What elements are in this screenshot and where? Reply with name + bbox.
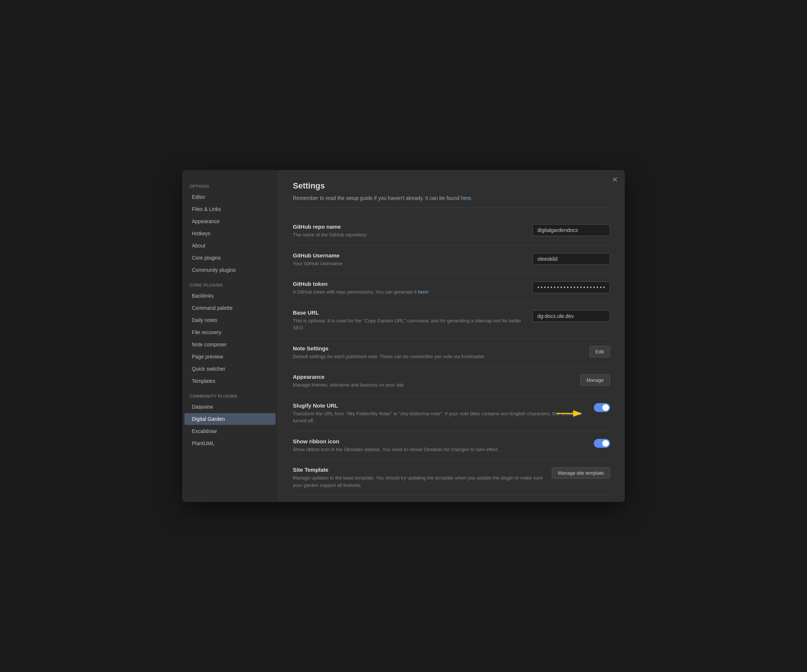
sidebar-item-hotkeys[interactable]: Hotkeys bbox=[184, 227, 276, 239]
setting-row-base-url: Base URL This is optional. It is used fo… bbox=[293, 303, 610, 338]
sidebar-item-core-plugins[interactable]: Core plugins bbox=[184, 252, 276, 264]
ribbon-icon-slider bbox=[594, 439, 610, 448]
setting-row-slugify: Slugify Note URL Transform the URL from … bbox=[293, 396, 610, 431]
setting-name-note-settings: Note Settings bbox=[293, 345, 582, 352]
setting-desc-note-settings: Default settings for each published note… bbox=[293, 353, 582, 360]
setting-info-github-token: GitHub token A GitHub token with repo pe… bbox=[293, 281, 525, 296]
sidebar-item-editor[interactable]: Editor bbox=[184, 191, 276, 203]
setting-name-base-url: Base URL bbox=[293, 309, 525, 316]
setting-row-ribbon-icon: Show ribbon icon Show ribbon icon in the… bbox=[293, 431, 610, 460]
sidebar-item-files-links[interactable]: Files & Links bbox=[184, 203, 276, 215]
setting-row-github-username: GitHub Username Your GitHub Username bbox=[293, 246, 610, 274]
setting-control-base-url bbox=[533, 310, 610, 322]
sidebar-item-daily-notes[interactable]: Daily notes bbox=[184, 314, 276, 326]
setting-desc-site-template: Manage updates to the base template. You… bbox=[293, 474, 545, 489]
core-plugins-section-label: Core plugins bbox=[182, 276, 278, 290]
setting-control-slugify bbox=[594, 403, 610, 412]
sidebar-item-backlinks[interactable]: Backlinks bbox=[184, 290, 276, 302]
main-content: Settings Remember to read the setup guid… bbox=[278, 170, 625, 502]
setting-control-github-username bbox=[533, 253, 610, 265]
setup-notice: Remember to read the setup guide if you … bbox=[293, 195, 610, 208]
setting-name-ribbon-icon: Show ribbon icon bbox=[293, 438, 586, 445]
options-section-label: Options bbox=[182, 178, 278, 191]
manage-appearance-button[interactable]: Manage bbox=[580, 374, 610, 386]
setting-row-appearance: Appearance Manage themes, sitename and f… bbox=[293, 367, 610, 396]
setting-desc-slugify: Transform the URL from "/My Folder/My No… bbox=[293, 410, 586, 425]
setting-desc-base-url: This is optional. It is used for the "Co… bbox=[293, 317, 525, 332]
setting-info-slugify: Slugify Note URL Transform the URL from … bbox=[293, 402, 586, 425]
sidebar-item-note-composer[interactable]: Note composer bbox=[184, 338, 276, 350]
slugify-slider bbox=[594, 403, 610, 412]
setting-info-github-repo: GitHub repo name The name of the GitHub … bbox=[293, 224, 525, 239]
sidebar-item-appearance[interactable]: Appearance bbox=[184, 216, 276, 227]
setting-desc-github-username: Your GitHub Username bbox=[293, 260, 525, 267]
github-token-input[interactable] bbox=[533, 281, 610, 293]
github-repo-input[interactable] bbox=[533, 224, 610, 236]
sidebar: Options Editor Files & Links Appearance … bbox=[182, 170, 278, 502]
setting-control-note-settings: Edit bbox=[589, 346, 610, 357]
sidebar-item-community-plugins[interactable]: Community plugins bbox=[184, 264, 276, 276]
setting-desc-appearance: Manage themes, sitename and favicons on … bbox=[293, 382, 573, 389]
setting-name-appearance: Appearance bbox=[293, 373, 573, 380]
edit-note-settings-button[interactable]: Edit bbox=[589, 346, 610, 357]
setting-control-site-template: Manage site template bbox=[552, 467, 610, 479]
setting-name-github-repo: GitHub repo name bbox=[293, 224, 525, 230]
sidebar-item-templates[interactable]: Templates bbox=[184, 375, 276, 387]
sidebar-item-excalidraw[interactable]: Excalidraw bbox=[184, 425, 276, 437]
setting-name-slugify: Slugify Note URL bbox=[293, 402, 586, 409]
setup-guide-link[interactable]: here bbox=[461, 195, 471, 201]
setting-name-github-username: GitHub Username bbox=[293, 252, 525, 259]
setting-info-site-template: Site Template Manage updates to the base… bbox=[293, 466, 545, 489]
setting-name-site-template: Site Template bbox=[293, 466, 545, 473]
setting-control-appearance: Manage bbox=[580, 374, 610, 386]
sidebar-item-dataview[interactable]: Dataview bbox=[184, 401, 276, 413]
sidebar-item-quick-switcher[interactable]: Quick switcher bbox=[184, 363, 276, 375]
page-title: Settings bbox=[293, 181, 610, 191]
sidebar-item-command-palette[interactable]: Command palette bbox=[184, 302, 276, 314]
close-button[interactable]: ✕ bbox=[612, 175, 618, 184]
sidebar-item-file-recovery[interactable]: File recovery bbox=[184, 327, 276, 338]
setting-row-github-token: GitHub token A GitHub token with repo pe… bbox=[293, 274, 610, 303]
setting-info-note-settings: Note Settings Default settings for each … bbox=[293, 345, 582, 360]
setting-row-site-template: Site Template Manage updates to the base… bbox=[293, 460, 610, 496]
setting-desc-github-repo: The name of the GitHub repository bbox=[293, 231, 525, 239]
setting-row-note-settings: Note Settings Default settings for each … bbox=[293, 338, 610, 367]
setting-control-ribbon-icon bbox=[594, 439, 610, 448]
base-url-input[interactable] bbox=[533, 310, 610, 322]
setting-control-github-token bbox=[533, 281, 610, 293]
sidebar-item-plantuml[interactable]: PlantUML bbox=[184, 437, 276, 449]
ribbon-icon-toggle[interactable] bbox=[594, 439, 610, 448]
sidebar-item-digital-garden[interactable]: Digital Garden bbox=[184, 413, 276, 425]
sidebar-item-about[interactable]: About bbox=[184, 240, 276, 252]
setting-name-github-token: GitHub token bbox=[293, 281, 525, 287]
setting-info-appearance: Appearance Manage themes, sitename and f… bbox=[293, 373, 573, 389]
setting-info-ribbon-icon: Show ribbon icon Show ribbon icon in the… bbox=[293, 438, 586, 453]
setting-row-github-repo: GitHub repo name The name of the GitHub … bbox=[293, 217, 610, 246]
setting-desc-github-token: A GitHub token with repo permissions. Yo… bbox=[293, 289, 525, 296]
setting-control-github-repo bbox=[533, 224, 610, 236]
settings-modal: ✕ Options Editor Files & Links Appearanc… bbox=[182, 170, 625, 502]
manage-site-template-button[interactable]: Manage site template bbox=[552, 467, 610, 479]
community-plugins-section-label: Community plugins bbox=[182, 387, 278, 400]
setting-info-base-url: Base URL This is optional. It is used fo… bbox=[293, 309, 525, 332]
sidebar-item-page-preview[interactable]: Page preview bbox=[184, 351, 276, 363]
slugify-toggle[interactable] bbox=[594, 403, 610, 412]
setting-desc-ribbon-icon: Show ribbon icon in the Obsidian sidebar… bbox=[293, 446, 586, 453]
setting-info-github-username: GitHub Username Your GitHub Username bbox=[293, 252, 525, 267]
github-username-input[interactable] bbox=[533, 253, 610, 265]
token-help-link[interactable]: here bbox=[418, 289, 427, 295]
